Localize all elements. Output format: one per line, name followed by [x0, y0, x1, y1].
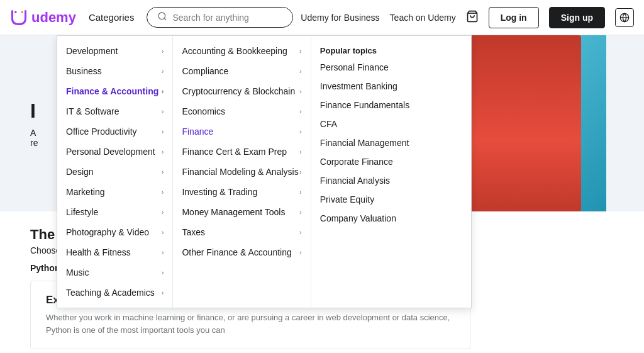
- svg-point-0: [14, 11, 17, 13]
- teach-link[interactable]: Teach on Udemy: [390, 13, 456, 23]
- search-bar: [147, 7, 293, 28]
- globe-icon: [619, 13, 630, 23]
- logo-text: udemy: [31, 9, 76, 26]
- udemy-logo-icon: [10, 9, 28, 26]
- svg-point-2: [158, 13, 165, 20]
- logo[interactable]: udemy: [10, 9, 76, 26]
- signup-button[interactable]: Sign up: [549, 7, 605, 28]
- language-button[interactable]: [615, 8, 634, 27]
- login-button[interactable]: Log in: [489, 7, 539, 28]
- svg-point-1: [21, 11, 24, 13]
- categories-button[interactable]: Categories: [84, 9, 140, 25]
- search-input[interactable]: [172, 13, 282, 23]
- navbar: udemy Categories Udemy for Business Teac…: [0, 0, 644, 35]
- svg-line-3: [165, 18, 167, 20]
- search-icon: [157, 11, 167, 23]
- business-link[interactable]: Udemy for Business: [301, 13, 379, 23]
- nav-right: Udemy for Business Teach on Udemy Log in…: [301, 7, 634, 28]
- cart-icon[interactable]: [466, 10, 479, 25]
